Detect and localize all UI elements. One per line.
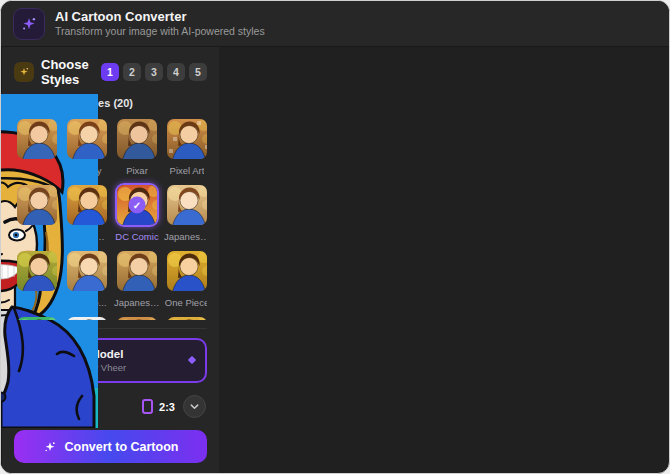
aspect-ratio-dropdown-button[interactable]	[183, 395, 206, 418]
style-option-dc-comic[interactable]: ✓DC Comic	[114, 183, 160, 242]
style-thumbnail[interactable]: ✓	[115, 183, 159, 227]
styles-grid: Studio GhibliDisneyPixarPixel ArtDreamWo…	[14, 117, 203, 320]
app-logo-sparkles-icon	[13, 8, 45, 40]
aspect-ratio-value: 2:3	[159, 401, 175, 413]
style-thumbnail[interactable]	[65, 315, 109, 320]
style-option-15[interactable]	[164, 315, 207, 320]
style-thumbnail[interactable]	[65, 249, 109, 293]
styles-scroll-area[interactable]: Studio GhibliDisneyPixarPixel ArtDreamWo…	[14, 117, 207, 320]
style-thumbnail[interactable]	[15, 249, 59, 293]
style-option-japanese[interactable]: Japanese...	[114, 249, 160, 308]
convert-button-label: Convert to Cartoon	[65, 440, 179, 454]
app-subtitle: Transform your image with AI-powered sty…	[55, 25, 265, 38]
style-label: Pixel Art	[170, 165, 205, 176]
ai-cartoon-converter-window: AI Cartoon Converter Transform your imag…	[0, 0, 670, 474]
convert-to-cartoon-button[interactable]: Convert to Cartoon	[14, 430, 207, 463]
style-thumbnail[interactable]	[15, 183, 59, 227]
style-option-13[interactable]	[64, 315, 110, 320]
style-label: DC Comic	[115, 231, 158, 242]
style-thumbnail[interactable]	[115, 249, 159, 293]
style-thumbnail[interactable]	[115, 315, 159, 320]
styles-page-3-button[interactable]: 3	[145, 63, 163, 81]
style-thumbnail[interactable]	[165, 315, 207, 320]
styles-page-4-button[interactable]: 4	[167, 63, 185, 81]
style-thumbnail[interactable]	[65, 117, 109, 161]
style-option-one-piece[interactable]: One Piece	[164, 249, 207, 308]
styles-page-2-button[interactable]: 2	[123, 63, 141, 81]
style-label: Japanese...	[114, 297, 160, 308]
app-body: Choose Styles 12345 Available Styles (20…	[1, 47, 669, 474]
style-option-14[interactable]	[114, 315, 160, 320]
style-option-pixel-art[interactable]: Pixel Art	[164, 117, 207, 176]
portrait-ratio-icon	[142, 399, 153, 414]
style-label: Japanese...	[164, 231, 207, 242]
style-option-12[interactable]	[14, 315, 60, 320]
chevron-down-icon	[189, 401, 200, 412]
app-header: AI Cartoon Converter Transform your imag…	[1, 1, 669, 47]
app-title: AI Cartoon Converter	[55, 9, 265, 25]
styles-header: Choose Styles 12345	[14, 57, 207, 87]
styles-page-1-button[interactable]: 1	[101, 63, 119, 81]
style-thumbnail[interactable]	[165, 117, 207, 161]
style-thumbnail[interactable]	[165, 183, 207, 227]
styles-pagination: 12345	[101, 63, 207, 81]
styles-panel-title: Choose Styles	[41, 57, 94, 87]
selected-check-icon: ✓	[129, 197, 146, 214]
style-thumbnail[interactable]	[115, 117, 159, 161]
styles-wand-icon	[14, 62, 34, 82]
style-thumbnail[interactable]	[15, 315, 59, 320]
sparkles-icon	[43, 440, 57, 454]
style-label: One Piece	[165, 297, 207, 308]
styles-page-5-button[interactable]: 5	[189, 63, 207, 81]
quality-accent-icon	[188, 356, 196, 364]
app-header-text: AI Cartoon Converter Transform your imag…	[55, 9, 265, 38]
style-option-japanese[interactable]: Japanese...	[164, 183, 207, 242]
style-thumbnail[interactable]	[165, 249, 207, 293]
style-label: Pixar	[126, 165, 148, 176]
style-option-pixar[interactable]: Pixar	[114, 117, 160, 176]
style-thumbnail[interactable]	[15, 117, 59, 161]
style-thumbnail[interactable]	[65, 183, 109, 227]
